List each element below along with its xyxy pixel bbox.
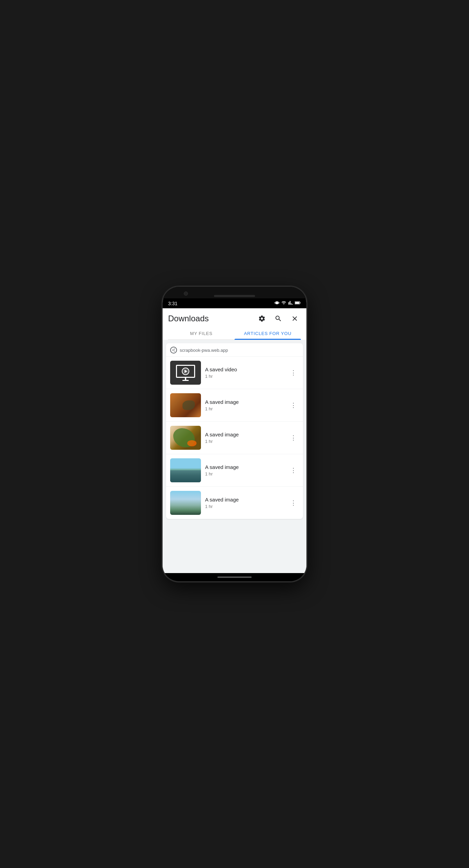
more-button[interactable]: ⋮: [288, 400, 299, 411]
item-title: A saved image: [205, 497, 284, 503]
battery-icon: [295, 301, 301, 306]
close-button[interactable]: [289, 312, 301, 325]
phone-screen: 3:31: [163, 298, 306, 573]
image-thumbnail: [170, 426, 201, 450]
tab-my-files[interactable]: MY FILES: [168, 327, 234, 339]
monitor-base: [182, 380, 189, 381]
image-thumbnail: [170, 458, 201, 482]
list-item[interactable]: A saved video 1 hr ⋮: [166, 357, 303, 389]
settings-button[interactable]: [256, 312, 268, 325]
downloads-card: scrapbook-pwa.web.app: [166, 343, 303, 519]
item-info: A saved image 1 hr: [205, 497, 284, 509]
nature-image-2: [170, 491, 201, 515]
card-source: scrapbook-pwa.web.app: [166, 343, 303, 357]
status-time: 3:31: [168, 301, 177, 306]
list-item[interactable]: A saved image 1 hr ⋮: [166, 487, 303, 519]
status-icons: [275, 300, 301, 306]
svg-rect-2: [295, 302, 299, 303]
speaker: [214, 295, 255, 297]
signal-icon: [288, 300, 293, 306]
monitor-icon: [176, 365, 195, 381]
more-button[interactable]: ⋮: [288, 367, 299, 378]
item-info: A saved video 1 hr: [205, 367, 284, 379]
tab-articles-for-you[interactable]: ARTICLES FOR YOU: [234, 327, 301, 339]
source-name: scrapbook-pwa.web.app: [180, 348, 228, 353]
item-meta: 1 hr: [205, 471, 284, 476]
food-image-2: [170, 426, 201, 450]
item-info: A saved image 1 hr: [205, 464, 284, 476]
content-area[interactable]: scrapbook-pwa.web.app: [163, 340, 306, 573]
app-bar: Downloads: [163, 308, 306, 340]
status-bar: 3:31: [163, 298, 306, 308]
monitor-screen: [176, 365, 195, 378]
item-info: A saved image 1 hr: [205, 399, 284, 411]
search-button[interactable]: [272, 312, 284, 325]
image-thumbnail: [170, 491, 201, 515]
more-button[interactable]: ⋮: [288, 497, 299, 508]
item-title: A saved video: [205, 367, 284, 372]
play-triangle: [185, 370, 187, 373]
phone-device: 3:31: [163, 287, 306, 581]
app-bar-actions: [256, 312, 301, 325]
wifi-icon: [281, 300, 287, 306]
app-title: Downloads: [168, 314, 209, 323]
item-meta: 1 hr: [205, 406, 284, 411]
svg-rect-1: [300, 302, 301, 303]
list-item[interactable]: A saved image 1 hr ⋮: [166, 454, 303, 487]
play-circle: [182, 368, 189, 375]
video-thumb-bg: [170, 361, 201, 385]
item-meta: 1 hr: [205, 374, 284, 379]
item-title: A saved image: [205, 399, 284, 405]
food-image-1: [170, 393, 201, 417]
image-thumbnail: [170, 393, 201, 417]
tabs: MY FILES ARTICLES FOR YOU: [168, 327, 301, 340]
item-info: A saved image 1 hr: [205, 432, 284, 444]
app-bar-row: Downloads: [168, 312, 301, 327]
share-icon: [170, 347, 177, 354]
video-thumbnail: [170, 361, 201, 385]
item-title: A saved image: [205, 432, 284, 437]
item-title: A saved image: [205, 464, 284, 470]
vibrate-icon: [275, 300, 279, 306]
home-bar: [217, 576, 252, 578]
list-item[interactable]: A saved image 1 hr ⋮: [166, 422, 303, 454]
phone-bottom: [163, 573, 306, 581]
list-item[interactable]: A saved image 1 hr ⋮: [166, 389, 303, 422]
front-camera: [184, 292, 188, 296]
item-meta: 1 hr: [205, 504, 284, 509]
item-meta: 1 hr: [205, 439, 284, 444]
nature-image-1: [170, 458, 201, 482]
more-button[interactable]: ⋮: [288, 432, 299, 443]
more-button[interactable]: ⋮: [288, 465, 299, 476]
